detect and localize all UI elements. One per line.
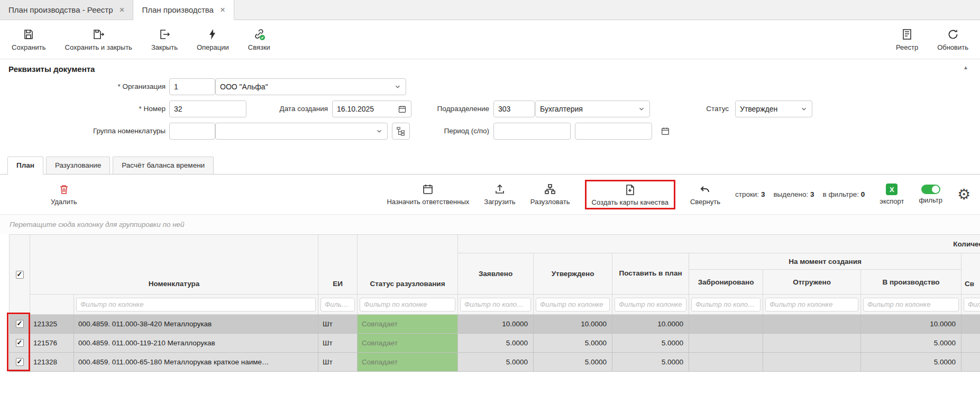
tree-select-button[interactable]: [392, 123, 410, 140]
excel-icon: X: [886, 184, 897, 195]
filter-explosion-status[interactable]: [360, 298, 455, 311]
tab-time-balance[interactable]: Расчёт баланса времени: [113, 157, 214, 174]
registry-button[interactable]: Реестр: [896, 28, 918, 51]
period-calendar-button[interactable]: [656, 123, 674, 140]
cell-in-production: 5.0000: [861, 334, 961, 353]
col-to-plan[interactable]: Поставить в план: [612, 253, 689, 295]
filter-unit[interactable]: [320, 298, 355, 311]
col-shipped[interactable]: Отгружено: [763, 270, 861, 295]
operations-button[interactable]: Операции: [197, 28, 229, 51]
date-created-input[interactable]: 16.10.2025: [332, 100, 411, 117]
department-select[interactable]: Бухгалтерия: [535, 100, 650, 117]
nomenclature-group-select[interactable]: [215, 123, 388, 140]
close-icon[interactable]: ×: [120, 5, 125, 14]
organization-value: ООО "Альфа": [220, 83, 268, 91]
cell-shipped: [763, 353, 861, 372]
cell-declared: 5.0000: [458, 353, 534, 372]
calendar-icon[interactable]: [398, 105, 407, 114]
close-button[interactable]: Закрыть: [151, 28, 178, 51]
document-requisites-section: Реквизиты документа ▲ * Организация ООО …: [0, 59, 980, 153]
status-badge: Совпадает: [358, 315, 457, 333]
links-button[interactable]: Связки: [248, 28, 270, 51]
filter-nomenclature[interactable]: [76, 298, 316, 311]
status-badge: Совпадает: [358, 334, 457, 352]
tab-explosion[interactable]: Разузлование: [46, 157, 110, 174]
nomenclature-group-code-input[interactable]: [169, 123, 215, 140]
number-input[interactable]: [169, 100, 246, 117]
col-declared[interactable]: Заявлено: [458, 253, 534, 295]
cell-reserved: [689, 315, 763, 334]
row-checkbox[interactable]: [16, 358, 24, 366]
registry-label: Реестр: [896, 43, 918, 51]
filter-in-production[interactable]: [863, 298, 959, 311]
save-label: Сохранить: [12, 43, 46, 51]
close-icon[interactable]: ×: [220, 5, 225, 14]
cell-unit: Шт: [318, 334, 358, 353]
trash-icon: [58, 183, 70, 196]
col-nomenclature[interactable]: Номенклатура: [30, 235, 318, 295]
filter-label: фильтр: [919, 196, 942, 204]
collapse-section-icon[interactable]: ▲: [963, 65, 968, 70]
exit-icon: [158, 28, 171, 41]
col-unit[interactable]: ЕИ: [318, 235, 358, 295]
delete-button[interactable]: Удалить: [51, 183, 77, 206]
cell-nomenclature: 000.4859. 011.000-119-210 Металлорукав: [74, 334, 318, 353]
create-quality-cards-button[interactable]: Создать карты качества: [592, 184, 668, 206]
load-button[interactable]: Загрузить: [484, 183, 515, 206]
col-explosion-status[interactable]: Статус разузлования: [358, 235, 458, 295]
filter-toggle-button[interactable]: фильтр: [919, 185, 942, 204]
filter-to-plan[interactable]: [615, 298, 686, 311]
filter-reserved[interactable]: [691, 298, 761, 311]
organization-code-input[interactable]: [169, 78, 215, 95]
department-value: Бухгалтерия: [540, 105, 583, 113]
table-row[interactable]: 121576 000.4859. 011.000-119-210 Металло…: [10, 334, 980, 353]
collapse-grid-button[interactable]: Свернуть: [690, 183, 720, 206]
save-button[interactable]: Сохранить: [12, 28, 46, 51]
export-label: экспорт: [880, 197, 904, 205]
nomenclature-group-label: Группа номенклатуры: [70, 123, 166, 140]
lightning-icon: [206, 28, 219, 41]
select-all-checkbox[interactable]: [16, 271, 24, 279]
group-panel[interactable]: Перетащите сюда колонку для группировки …: [0, 214, 980, 234]
data-grid: Номенклатура ЕИ Статус разузлования Коли…: [9, 234, 980, 372]
tab-plan[interactable]: План: [7, 157, 43, 175]
cell-declared: 10.0000: [458, 315, 534, 334]
status-select[interactable]: Утвержден: [735, 100, 812, 117]
filter-declared[interactable]: [460, 298, 531, 311]
export-button[interactable]: X экспорт: [880, 184, 904, 205]
filter-shipped[interactable]: [765, 298, 858, 311]
document-plus-icon: [624, 184, 636, 196]
organization-label: * Организация: [74, 78, 166, 95]
cell-shipped: [763, 315, 861, 334]
col-reserved[interactable]: Забронировано: [689, 270, 763, 295]
date-created-value: 16.10.2025: [337, 105, 374, 113]
window-tab-plan-registry[interactable]: План производства - Реестр ×: [0, 0, 133, 20]
chevron-down-icon: [638, 105, 645, 113]
table-row[interactable]: 121325 000.4859. 011.000-38-420 Металлор…: [10, 315, 980, 334]
explode-button[interactable]: Разузловать: [530, 183, 570, 206]
toggle-on-icon[interactable]: [921, 185, 940, 194]
period-to-input[interactable]: [575, 123, 652, 140]
assign-responsible-label: Назначить ответственных: [387, 198, 469, 206]
col-in-production[interactable]: В производство: [861, 270, 961, 295]
grid-toolbar: Удалить Назначить ответственных Загрузит…: [0, 175, 980, 214]
refresh-button[interactable]: Обновить: [937, 28, 968, 51]
col-approved[interactable]: Утверждено: [534, 253, 612, 295]
row-checkbox[interactable]: [16, 339, 24, 347]
filter-cut[interactable]: [964, 298, 980, 311]
row-checkbox[interactable]: [16, 320, 24, 328]
section-title: Реквизиты документа: [8, 65, 95, 74]
organization-select[interactable]: ООО "Альфа": [215, 78, 406, 95]
page-tab-bar: План Разузлование Расчёт баланса времени: [0, 153, 980, 175]
assign-responsible-button[interactable]: Назначить ответственных: [387, 183, 469, 206]
department-code-input[interactable]: [493, 100, 535, 117]
col-cut[interactable]: Св: [961, 253, 980, 295]
gear-icon[interactable]: ⚙: [957, 188, 970, 201]
filtered-counter: в фильтре: 0: [823, 190, 865, 198]
period-from-input[interactable]: [493, 123, 571, 140]
save-and-close-button[interactable]: Сохранить и закрыть: [65, 28, 132, 51]
filter-approved[interactable]: [536, 298, 610, 311]
window-tab-plan[interactable]: План производства ×: [133, 0, 234, 20]
status-label: Статус: [681, 100, 729, 117]
table-row[interactable]: 121328 000.4859. 011.000-65-180 Металлор…: [10, 353, 980, 372]
